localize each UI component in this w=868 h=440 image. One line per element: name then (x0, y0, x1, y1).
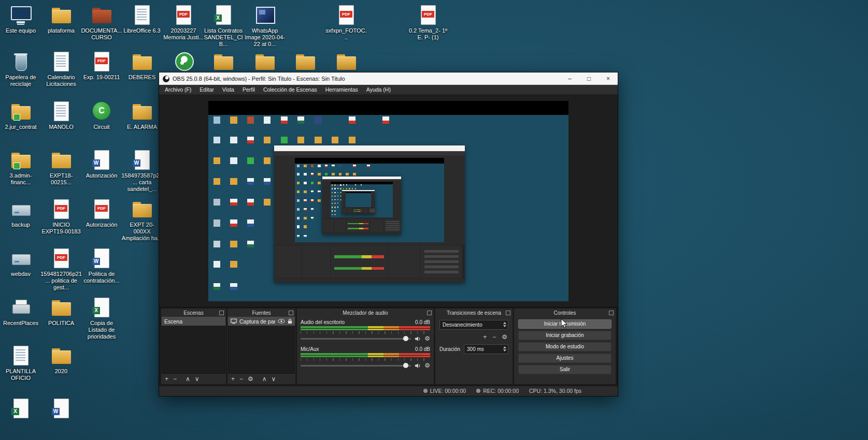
obs-titlebar[interactable]: OBS 25.0.8 (64-bit, windows) - Perfil: S… (159, 72, 618, 85)
desktop-icon-plantilla-oficio[interactable]: PLANTILLA OFICIO (0, 345, 41, 382)
desktop-icon-obs[interactable] (163, 51, 204, 74)
source-properties-gear-icon[interactable]: ⚙ (248, 374, 253, 384)
desktop-icon-folder[interactable] (244, 51, 286, 74)
preview-graphic (346, 219, 369, 232)
menu-item-editar[interactable]: Editar (195, 85, 218, 95)
scene-up-button[interactable]: ∧ (186, 374, 190, 384)
add-scene-button[interactable]: + (165, 374, 168, 384)
visibility-eye-icon[interactable] (278, 319, 285, 324)
desktop-icon-expt18-00215[interactable]: EXPT18-00215... (40, 149, 82, 186)
spinbox-arrows-icon[interactable] (503, 346, 506, 351)
source-list-item[interactable]: Captura de pantal (228, 317, 295, 326)
desktop-icon-folder[interactable] (325, 51, 367, 74)
minimize-button[interactable]: – (560, 72, 579, 85)
desktop-icon-este-equipo[interactable]: Este equipo (0, 4, 41, 34)
menu-item-ayuda-h[interactable]: Ayuda (H) (362, 85, 395, 95)
desktop-icon-3-admin-financ[interactable]: 3.admin-financ... (0, 149, 41, 186)
dock-float-icon[interactable] (427, 311, 432, 315)
desktop-icon-2020[interactable]: 2020 (40, 345, 82, 375)
lock-icon[interactable] (288, 318, 292, 324)
dock-float-icon[interactable] (289, 311, 293, 315)
preview-graphic (343, 188, 344, 189)
dock-float-icon[interactable] (609, 311, 614, 315)
menu-item-vista[interactable]: Vista (218, 85, 238, 95)
desktop-icon-backup[interactable]: backup (0, 198, 41, 228)
desktop-icon-word[interactable]: W (40, 398, 82, 421)
desktop-icon-deberes[interactable]: DEBERES (121, 51, 163, 81)
channel-level: 0.0 dB (415, 319, 430, 325)
image-icon (253, 4, 277, 26)
desktop-icon-e-alarma[interactable]: E. ALARMA (121, 100, 163, 130)
volume-slider[interactable] (301, 338, 411, 340)
scene-list-item[interactable]: Escena (162, 317, 225, 326)
desktop-icon-excel[interactable]: X (0, 398, 41, 421)
desktop-icon-sxfxpn-fotoc[interactable]: PDFsxfxpn_FOTOC... (325, 4, 367, 41)
menu-item-coleccion-de-escenas[interactable]: Colección de Escenas (259, 85, 321, 95)
preview-graphic (332, 192, 333, 193)
desktop-icon-politica[interactable]: POLITICA (40, 297, 82, 327)
preview-graphic (297, 217, 300, 219)
desktop-icon-politica-de-contratacion[interactable]: WPolitica de contratación... (81, 247, 122, 284)
remove-transition-button[interactable]: − (492, 333, 496, 341)
desktop-icon-exp-19-00211[interactable]: PDFExp. 19-00211 (81, 51, 122, 81)
speaker-icon[interactable] (415, 336, 421, 342)
desktop-icon-20203227-memoria-justi[interactable]: PDF20203227 Memoria Justi... (163, 4, 204, 41)
dock-float-icon[interactable] (506, 311, 510, 315)
source-up-button[interactable]: ∧ (262, 374, 267, 384)
close-button[interactable]: × (599, 72, 618, 85)
desktop-icon-0-2-tema-2-1-e-p-1[interactable]: PDF0.2 Tema_2- 1º E. P- (1) (407, 4, 449, 41)
desktop-icon-folder[interactable] (203, 51, 244, 74)
desktop-icon-1584973587p26-carta-sandetel[interactable]: W1584973587p26... carta sandetel_... (121, 149, 163, 193)
desktop-icon-autorizacion[interactable]: PDFAutorización (81, 198, 122, 228)
preview-graphic (342, 190, 375, 214)
source-down-button[interactable]: ∨ (272, 374, 276, 384)
volume-slider[interactable] (301, 365, 411, 366)
menu-item-archivo-f[interactable]: Archivo (F) (161, 85, 195, 95)
add-source-button[interactable]: + (231, 374, 235, 384)
slider-handle[interactable] (403, 336, 408, 341)
desktop-icon-autorizacion[interactable]: WAutorización (81, 149, 122, 179)
scene-down-button[interactable]: ∨ (195, 374, 200, 384)
speaker-icon[interactable] (415, 363, 421, 369)
preview-graphic (346, 188, 347, 189)
studio-mode-button[interactable]: Modo de estudio (518, 342, 611, 351)
desktop-icon-papelera-de-reciclaje[interactable]: Papelera de reciclaje (0, 51, 41, 87)
preview-graphic (322, 218, 401, 232)
desktop-icon-1594812706p21-politica-de-gest[interactable]: PDF1594812706p21... politica de gest... (40, 247, 82, 291)
desktop-icon-plataforma[interactable]: plataforma (40, 4, 82, 34)
desktop-icon-label: LibreOffice 6.3 (121, 27, 163, 34)
preview-graphic (332, 165, 334, 167)
maximize-button[interactable]: □ (579, 72, 599, 85)
transition-properties-gear-icon[interactable]: ⚙ (502, 333, 507, 341)
desktop-icon-webdav[interactable]: webdav (0, 247, 41, 277)
duration-spinbox[interactable]: 300 ms (464, 344, 508, 354)
settings-button[interactable]: Ajustes (518, 354, 611, 363)
exit-button[interactable]: Salir (518, 365, 611, 374)
desktop-icon-calendario-licitaciones[interactable]: Calendario Licitaciones (40, 51, 82, 87)
menu-item-herramientas[interactable]: Herramientas (321, 85, 362, 95)
transition-select[interactable]: Desvanecimiento (439, 320, 508, 330)
add-transition-button[interactable]: + (483, 333, 487, 341)
desktop-icon-2-jur-contrat[interactable]: 2.jur_contrat (0, 100, 41, 130)
desktop-icon-recentplaces[interactable]: RecentPlaces (0, 297, 41, 327)
desktop-icon-whatsapp-image-2020-04-22-at-0[interactable]: WhatsApp Image 2020-04-22 at 0... (244, 4, 286, 48)
channel-settings-gear-icon[interactable]: ⚙ (424, 362, 430, 369)
transitions-dock: Transiciones de escena Desvanecimiento +… (435, 309, 513, 384)
desktop-icon-copia-de-listado-de-prioridades[interactable]: XCopia de Listado de prioridades (81, 297, 122, 340)
channel-settings-gear-icon[interactable]: ⚙ (424, 335, 430, 342)
desktop-icon-folder[interactable] (284, 51, 326, 74)
desktop-icon-circuit[interactable]: CCircuit (81, 100, 122, 130)
desktop-icon-documenta-curso[interactable]: DOCUMENTA... CURSO (81, 4, 122, 41)
remove-source-button[interactable]: − (239, 374, 243, 384)
desktop-icon-manolo[interactable]: MANOLO (40, 100, 82, 130)
desktop-icon-inicio-expt19-00183[interactable]: PDFINICIO EXPT19-00183 (40, 198, 82, 235)
dock-float-icon[interactable] (219, 311, 224, 315)
desktop-icon-expt-20-000xx-ampliacion-ha[interactable]: EXPT 20-000XX Ampliación ha... (121, 198, 163, 242)
slider-handle[interactable] (403, 363, 408, 368)
start-recording-button[interactable]: Iniciar grabación (518, 331, 611, 340)
menu-item-perfil[interactable]: Perfil (238, 85, 259, 95)
desktop-icon-lista-contratos-sandetel-cib[interactable]: XLista Contratos SANDETEL_CIB... (203, 4, 244, 48)
combo-arrows-icon[interactable] (503, 322, 506, 327)
desktop-icon-libreoffice-6-3[interactable]: LibreOffice 6.3 (121, 4, 163, 34)
remove-scene-button[interactable]: − (173, 374, 177, 384)
